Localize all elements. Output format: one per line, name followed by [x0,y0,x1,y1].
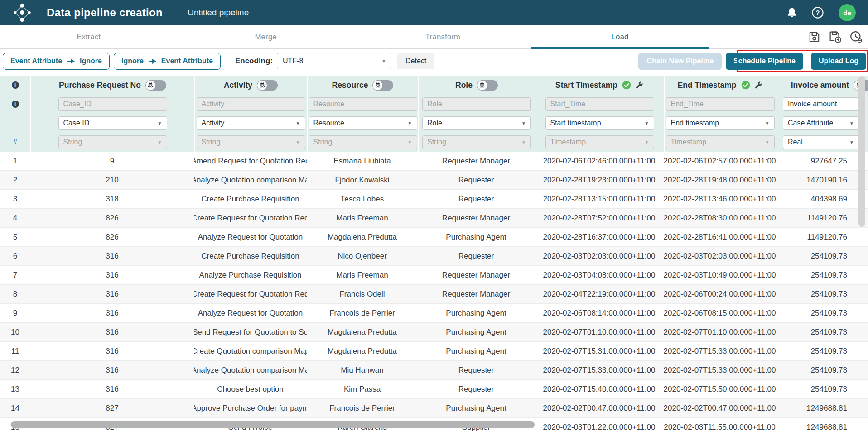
horizontal-scrollbar[interactable] [11,421,535,428]
cell-role: Requester Manager [418,285,535,303]
cell-activity: Choose best option [194,380,307,398]
source-field-input[interactable]: End_Time [666,97,775,111]
cell-resource: Maris Freeman [307,209,418,227]
row-type-symbol: # [13,138,17,146]
datatype-select[interactable]: String▼ [422,135,531,149]
cell-start-timestamp: 2020-02-07T15:40:00.000+11:00 [535,380,664,398]
source-field-input[interactable]: Invoice amount [783,97,859,111]
cell-activity: Analyze Request for Quotation [194,228,307,246]
cell-activity: Approve Purchase Order for paym [194,399,307,417]
button-label: Ignore [80,57,102,65]
column-title: Start Timestamp [555,81,617,90]
cell-invoice-amount: 254109.73 [776,304,868,322]
vertical-scrollbar[interactable] [858,76,865,227]
cell-resource: Esmana Liubiata [307,152,418,170]
row-number: 1 [0,152,30,170]
cell-end-timestamp: 2020-02-02T00:47:00.000+11:00 [664,399,776,417]
header-column: Invoice amountInvoice amountCase Attribu… [776,76,868,152]
svg-text:?: ? [816,9,820,16]
info-icon[interactable]: i [12,81,19,89]
cell-start-timestamp: 2020-02-03T01:22:00.000+11:00 [535,418,664,436]
row-number: 4 [0,209,30,227]
info-icon[interactable]: i [12,101,19,108]
source-field-input[interactable]: Case_ID [58,97,167,111]
encoding-value: UTF-8 [283,57,303,65]
detect-button[interactable]: Detect [397,53,434,69]
mapping-select[interactable]: Resource▼ [309,116,417,130]
mapping-select[interactable]: Case ID▼ [58,116,167,130]
cell-start-timestamp: 2020-02-02T00:47:00.000+11:00 [535,399,664,417]
row-number: 13 [0,380,30,398]
cell-start-timestamp: 2020-02-28T19:23:00.000+11:00 [535,171,664,189]
cell-resource: Francois de Perrier [307,399,418,417]
datatype-select[interactable]: String▼ [309,135,417,149]
ignore-to-event-attribute-button[interactable]: Ignore Event Attribute [114,53,221,70]
cell-end-timestamp: 2020-02-28T13:46:00.000+11:00 [664,190,776,208]
tab-extract[interactable]: Extract [0,25,177,48]
save-icon[interactable] [808,30,821,43]
schedule-history-icon[interactable] [849,30,863,43]
datatype-select[interactable]: Timestamp▼ [545,135,654,149]
source-field-input[interactable]: Resource [309,97,417,111]
row-number: 9 [0,304,30,322]
table-row: 14827Approve Purchase Order for paymFran… [0,399,868,418]
header-column: ActivityActivityActivity▼String▼ [194,76,307,152]
cell-case-id: 9 [30,152,194,170]
source-field-input[interactable]: Role [422,97,531,111]
datatype-select[interactable]: String▼ [58,135,167,149]
event-attribute-to-ignore-button[interactable]: Event Attribute Ignore [3,53,110,70]
datatype-select[interactable]: String▼ [197,135,305,149]
cell-invoice-amount: 254109.73 [776,323,868,341]
chevron-down-icon: ▼ [765,121,770,126]
cell-role: Purchasing Agent [418,228,535,246]
anonymize-toggle[interactable] [145,80,166,91]
upload-log-button[interactable]: Upload Log [811,53,866,70]
cell-end-timestamp: 2020-02-07T15:33:00.000+11:00 [664,342,776,360]
notifications-bell-icon[interactable] [786,7,798,19]
mapping-select[interactable]: Start timestamp▼ [545,116,654,130]
cell-activity: Create Request for Quotation Req [194,285,307,303]
mapping-table-header: i i # Purchase Request NoCase_IDCase ID▼… [0,76,868,152]
datatype-select[interactable]: Real▼ [783,135,859,149]
cell-end-timestamp: 2020-02-06T00:24:00.000+11:00 [664,285,776,303]
data-pipeline-app: Data pipeline creation Untitled pipeline… [0,0,868,436]
anonymize-toggle[interactable] [257,80,278,91]
mapping-select[interactable]: Case Attribute▼ [783,116,859,130]
column-title: End Timestamp [678,81,737,90]
datatype-select[interactable]: Timestamp▼ [666,135,775,149]
schedule-pipeline-button[interactable]: Schedule Pipeline [726,53,803,70]
button-label: Ignore [121,57,144,65]
mapping-select[interactable]: Activity▼ [197,116,305,130]
table-row: 11316Create Quotation comparison MapMagd… [0,342,868,361]
table-row: 13316Choose best optionKim PassaRequeste… [0,380,868,399]
mapping-select[interactable]: End timestamp▼ [666,116,775,130]
source-field-input[interactable]: Start_Time [545,97,654,111]
tab-load[interactable]: Load [531,25,709,48]
cell-case-id: 316 [30,285,194,303]
pipeline-step-tabs: ExtractMergeTransformLoad [0,25,868,49]
chevron-down-icon: ▼ [645,121,649,126]
encoding-select[interactable]: UTF-8 ▼ [277,53,391,69]
help-icon[interactable]: ? [811,6,824,19]
tab-merge[interactable]: Merge [177,25,354,48]
pipeline-name: Untitled pipeline [188,8,249,18]
source-field-input[interactable]: Activity [197,97,305,111]
cell-resource: Miu Hanwan [307,361,418,379]
cell-case-id: 316 [30,266,194,284]
row-number: 11 [0,342,30,360]
wrench-settings-icon[interactable] [635,81,644,90]
user-avatar[interactable]: de [839,4,856,21]
cell-case-id: 316 [30,323,194,341]
cell-start-timestamp: 2020-02-07T01:10:00.000+11:00 [535,323,664,341]
save-as-export-icon[interactable] [829,30,842,43]
row-number: 10 [0,323,30,341]
anonymize-toggle[interactable] [372,80,393,91]
anonymize-toggle[interactable] [477,80,498,91]
cell-end-timestamp: 2020-02-03T10:49:00.000+11:00 [664,266,776,284]
wrench-settings-icon[interactable] [754,81,763,90]
header-column: ResourceResourceResource▼String▼ [307,76,418,152]
tab-transform[interactable]: Transform [354,25,531,48]
tab-bar: ExtractMergeTransformLoad [0,25,709,48]
load-toolbar: Event Attribute Ignore Ignore Event Attr… [0,49,868,73]
mapping-select[interactable]: Role▼ [422,116,531,130]
